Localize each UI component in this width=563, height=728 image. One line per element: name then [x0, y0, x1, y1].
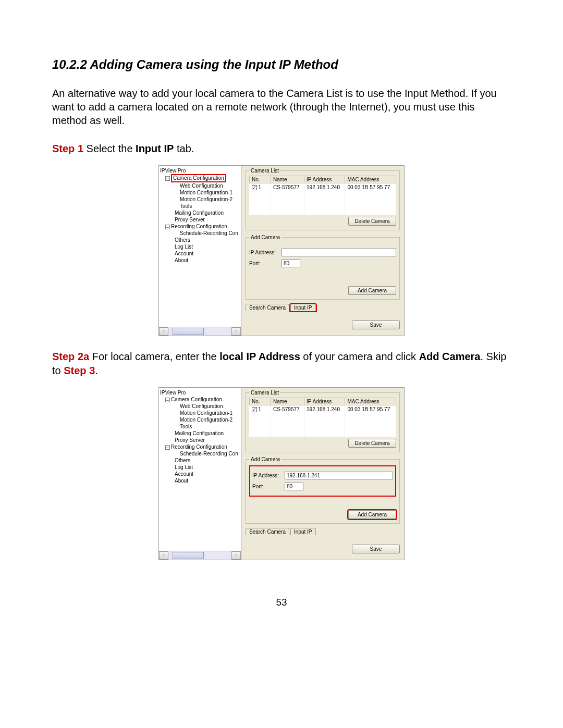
row-checkbox[interactable]: ✓: [252, 407, 257, 412]
tree-item[interactable]: Motion Configuration-1: [160, 410, 240, 416]
ip-label: IP Address:: [249, 250, 282, 255]
tree-item-camera-config[interactable]: −Camera Configuration: [160, 174, 240, 182]
table-header-row: No. Name IP Address MAC Address: [250, 398, 396, 405]
intro-text: An alternative way to add your local cam…: [52, 87, 511, 127]
tree-item[interactable]: About: [160, 477, 240, 484]
scroll-right-button[interactable]: ›: [231, 327, 241, 336]
add-camera-group: Add Camera IP Address: Port: Add Camera: [246, 456, 400, 524]
camera-table: No. Name IP Address MAC Address ✓ 1 CS-5…: [249, 398, 396, 437]
table-row: [250, 207, 396, 215]
tree-item[interactable]: Account: [160, 471, 240, 477]
tree-item[interactable]: Web Configuration: [160, 182, 240, 189]
expand-icon[interactable]: −: [165, 176, 170, 181]
port-input[interactable]: [285, 483, 303, 490]
delete-camera-button[interactable]: Delete Camera: [348, 439, 396, 448]
tree-root[interactable]: IPView Pro: [160, 167, 240, 174]
camera-list-group: Camera List No. Name IP Address MAC Addr…: [246, 390, 400, 452]
tree-item[interactable]: Schedule-Recording Con: [160, 450, 240, 457]
tree-item[interactable]: Log List: [160, 464, 240, 471]
table-header-row: No. Name IP Address MAC Address: [250, 176, 396, 183]
tree-item[interactable]: Proxy Server: [160, 437, 240, 443]
delete-camera-button[interactable]: Delete Camera: [348, 217, 396, 226]
section-heading: 10.2.2 Adding Camera using the Input IP …: [52, 57, 511, 72]
tabs: Search Camera Input IP: [246, 304, 400, 311]
tree-root[interactable]: IPView Pro: [160, 389, 240, 396]
tree-item[interactable]: Proxy Server: [160, 216, 240, 223]
add-camera-button[interactable]: Add Camera: [348, 286, 396, 295]
row-checkbox[interactable]: ✓: [252, 185, 257, 190]
tree-pane: IPView Pro −Camera Configuration Web Con…: [159, 166, 241, 336]
ip-label: IP Address:: [252, 473, 285, 478]
screenshot-2: IPView Pro −Camera Configuration Web Con…: [158, 387, 405, 560]
table-row: [250, 413, 396, 421]
tree-item[interactable]: Motion Configuration-2: [160, 196, 240, 203]
highlighted-inputs: IP Address: Port:: [249, 465, 396, 497]
scroll-left-button[interactable]: ‹: [159, 327, 168, 336]
tree-item[interactable]: Motion Configuration-1: [160, 189, 240, 196]
table-row[interactable]: ✓ 1 CS-579577 192.168.1.240 00 03 1B 57 …: [250, 405, 396, 414]
screenshot-1: IPView Pro −Camera Configuration Web Con…: [158, 165, 405, 336]
h-scrollbar[interactable]: ‹ ›: [159, 551, 241, 560]
scroll-thumb[interactable]: [173, 552, 204, 559]
step-2a: Step 2a For local camera, enter the loca…: [52, 350, 511, 378]
expand-icon[interactable]: −: [165, 225, 170, 229]
tab-input-ip[interactable]: Input IP: [290, 304, 315, 311]
tree-item[interactable]: Mailing Configuration: [160, 209, 240, 216]
tree-item[interactable]: Log List: [160, 243, 240, 250]
tree-item[interactable]: Schedule-Recording Con: [160, 230, 240, 237]
table-row: [250, 429, 396, 437]
tab-search-camera[interactable]: Search Camera: [246, 528, 289, 535]
port-label: Port:: [249, 261, 282, 266]
table-row: [250, 421, 396, 429]
ip-address-input[interactable]: [282, 249, 396, 256]
add-camera-legend: Add Camera: [249, 456, 282, 462]
camera-list-legend: Camera List: [249, 168, 280, 174]
add-camera-group: Add Camera IP Address: Port: Add Camera: [246, 235, 400, 300]
tree-item[interactable]: Tools: [160, 423, 240, 430]
tree-item[interactable]: Others: [160, 237, 240, 243]
camera-list-group: Camera List No. Name IP Address MAC Addr…: [246, 168, 400, 230]
tab-search-camera[interactable]: Search Camera: [246, 304, 289, 311]
tree-item[interactable]: Account: [160, 250, 240, 257]
add-camera-legend: Add Camera: [249, 235, 282, 240]
tabs: Search Camera Input IP: [246, 528, 400, 535]
camera-table: No. Name IP Address MAC Address ✓ 1 CS-5…: [249, 176, 396, 215]
expand-icon[interactable]: −: [165, 398, 170, 402]
tree-item[interactable]: Web Configuration: [160, 403, 240, 410]
port-input[interactable]: [282, 260, 300, 267]
expand-icon[interactable]: −: [165, 445, 170, 450]
tree-pane: IPView Pro −Camera Configuration Web Con…: [159, 388, 241, 560]
page-number: 53: [52, 597, 511, 608]
add-camera-button[interactable]: Add Camera: [348, 510, 396, 519]
camera-list-legend: Camera List: [249, 390, 280, 396]
tab-input-ip[interactable]: Input IP: [290, 528, 315, 535]
tree-item-recording[interactable]: −Recording Configuration: [160, 443, 240, 450]
scroll-thumb[interactable]: [173, 328, 204, 335]
step-1: Step 1 Select the Input IP tab.: [52, 142, 511, 156]
tree-item[interactable]: Others: [160, 457, 240, 464]
save-button[interactable]: Save: [352, 320, 400, 329]
ip-address-input[interactable]: [285, 472, 393, 479]
table-row: [250, 191, 396, 199]
scroll-right-button[interactable]: ›: [231, 551, 241, 560]
tree-item[interactable]: Motion Configuration-2: [160, 416, 240, 423]
tree-item[interactable]: About: [160, 257, 240, 264]
tree-item-recording[interactable]: −Recording Configuration: [160, 223, 240, 230]
tree-item[interactable]: Tools: [160, 203, 240, 209]
h-scrollbar[interactable]: ‹ ›: [159, 327, 241, 336]
save-button[interactable]: Save: [352, 545, 400, 553]
scroll-left-button[interactable]: ‹: [159, 551, 168, 560]
tree-item-camera-config[interactable]: −Camera Configuration: [160, 396, 240, 403]
table-row: [250, 199, 396, 207]
port-label: Port:: [252, 484, 285, 489]
table-row[interactable]: ✓ 1 CS-579577 192.168.1.240 00 03 1B 57 …: [250, 183, 396, 192]
tree-item[interactable]: Mailing Configuration: [160, 430, 240, 437]
